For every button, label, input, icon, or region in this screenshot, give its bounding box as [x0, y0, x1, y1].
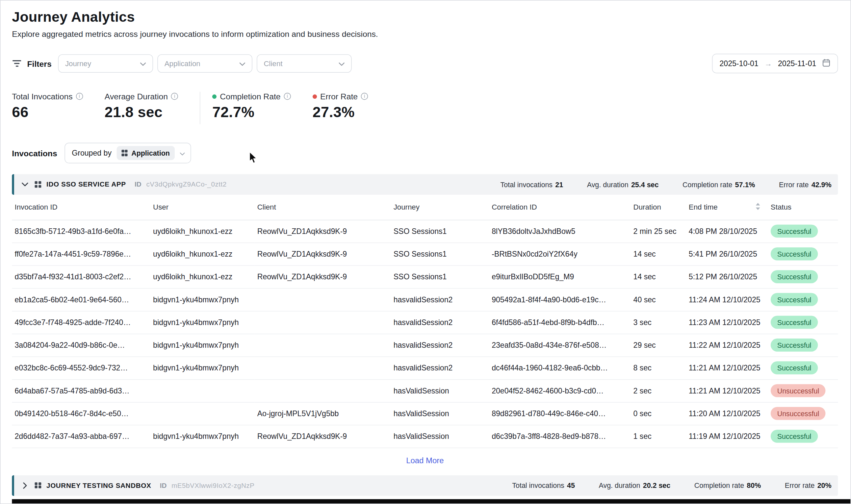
filters-row: Filters Journey Application Client	[12, 54, 838, 73]
cell-invocation-id: eb1a2ca5-6b02-4e01-9e64-560…	[12, 288, 150, 311]
column-header-user[interactable]: User	[150, 195, 255, 220]
cell-client	[254, 334, 391, 356]
grouped-by-label: Grouped by	[72, 149, 111, 157]
grouped-by-value: Application	[131, 149, 170, 157]
group-avg-duration: Avg. duration20.2 sec	[599, 481, 671, 489]
cell-user	[150, 379, 255, 402]
group-id-value: cV3dQpkvgZ9ACo-_0ztt2	[146, 181, 227, 188]
status-badge: Successful	[771, 339, 818, 352]
status-badge: Successful	[771, 316, 818, 329]
application-grid-icon	[35, 482, 41, 488]
chevron-down-icon	[239, 58, 245, 68]
table-row[interactable]: 3a084204-9a22-40d9-b86c-0e…bidgvn1-yku4b…	[12, 334, 838, 356]
table-row[interactable]: 6d4aba67-57a5-4785-ab9d-6d3…hasValidSess…	[12, 379, 838, 402]
application-filter-dropdown[interactable]: Application	[157, 54, 252, 73]
cell-correlation-id: 23eafd35-0a8d-434e-876f-e508…	[489, 334, 631, 356]
group-header-ido-sso-service-app[interactable]: IDO SSO SERVICE APP ID cV3dQpkvgZ9ACo-_0…	[12, 174, 838, 195]
table-row[interactable]: 8165c3fb-5712-49b3-a1fd-6e0fa…uyd6loikh_…	[12, 220, 838, 242]
status-badge: Successful	[771, 293, 818, 306]
bottom-cutoff-bar	[12, 499, 850, 503]
cell-end-time: 11:21 AM 12/10/2025	[686, 357, 768, 379]
group-header-journey-testing-sandbox[interactable]: JOURNEY TESTING SANDBOX ID mE5bVXlwwi9Io…	[12, 475, 838, 496]
cell-user: bidgvn1-yku4bmwx7pnyh	[150, 357, 255, 379]
info-icon[interactable]: i	[171, 93, 178, 100]
column-header-invocation-id[interactable]: Invocation ID	[12, 195, 150, 220]
cell-duration: 0 sec	[631, 402, 686, 425]
cell-client	[254, 379, 391, 402]
table-row[interactable]: eb1a2ca5-6b02-4e01-9e64-560…bidgvn1-yku4…	[12, 288, 838, 311]
metric-label: Completion Rate	[220, 92, 280, 101]
cell-status: Successful	[768, 425, 838, 447]
journey-filter-dropdown[interactable]: Journey	[58, 54, 153, 73]
table-row[interactable]: ff0fe27a-147a-4451-9c59-7896e…uyd6loikh_…	[12, 242, 838, 265]
grouped-by-value-pill: Application	[117, 146, 175, 160]
column-header-client[interactable]: Client	[254, 195, 391, 220]
cell-user: uyd6loikh_hkunox1-ezz	[150, 220, 255, 242]
expand-group-chevron-icon[interactable]	[20, 480, 30, 490]
info-icon[interactable]: i	[361, 93, 368, 100]
cell-status: Successful	[768, 334, 838, 356]
client-filter-placeholder: Client	[264, 59, 283, 68]
info-icon[interactable]: i	[76, 93, 83, 100]
group-error-rate: Error rate42.9%	[779, 180, 832, 188]
column-header-duration[interactable]: Duration	[631, 195, 686, 220]
cell-status: Successful	[768, 357, 838, 379]
group-avg-duration: Avg. duration25.4 sec	[587, 180, 659, 188]
table-row[interactable]: e032bc8c-6c69-4552-9dc9-732…bidgvn1-yku4…	[12, 357, 838, 379]
group-name: JOURNEY TESTING SANDBOX	[47, 482, 151, 489]
chevron-down-icon	[180, 148, 185, 158]
cell-invocation-id: 2d6dd482-7a37-4a93-abba-697…	[12, 425, 150, 447]
table-row[interactable]: 0b491420-b518-46c7-8d4c-e50…Ao-jgroj-MPL…	[12, 402, 838, 425]
column-header-journey[interactable]: Journey	[391, 195, 489, 220]
cell-invocation-id: 3a084204-9a22-40d9-b86c-0e…	[12, 334, 150, 356]
cell-journey: hasValidSession	[391, 402, 489, 425]
client-filter-dropdown[interactable]: Client	[257, 54, 352, 73]
cell-end-time: 5:41 PM 26/10/2025	[686, 242, 768, 265]
metric-label: Total Invocations	[12, 92, 72, 101]
column-header-correlation-id[interactable]: Correlation ID	[489, 195, 631, 220]
status-badge: Successful	[771, 270, 818, 283]
cell-end-time: 11:19 AM 12/10/2025	[686, 425, 768, 447]
column-header-status[interactable]: Status	[768, 195, 838, 220]
metric-label: Average Duration	[105, 92, 168, 101]
column-header-end-time[interactable]: End time	[686, 195, 768, 220]
group-completion-rate: Completion rate80%	[694, 481, 761, 489]
cell-user: uyd6loikh_hkunox1-ezz	[150, 265, 255, 288]
cell-journey: hasvalidSession2	[391, 288, 489, 311]
table-row[interactable]: d35bf7a4-f932-41d1-8003-c2ef2…uyd6loikh_…	[12, 265, 838, 288]
info-icon[interactable]: i	[284, 93, 290, 100]
metric-average-duration: Average Duration i 21.8 sec	[105, 92, 178, 121]
load-more-link[interactable]: Load More	[406, 456, 444, 465]
filters-label: Filters	[27, 59, 51, 68]
cell-correlation-id: 8lYB36doltvJaJxhdBow5	[489, 220, 631, 242]
page-subtitle: Explore aggregated metrics across journe…	[12, 29, 838, 39]
status-badge: Unsuccessful	[771, 407, 826, 420]
grouped-by-control[interactable]: Grouped by Application	[65, 143, 191, 163]
cell-status: Unsuccessful	[768, 402, 838, 425]
group-id-label: ID	[135, 181, 142, 188]
cell-client: ReowlVu_ZD1Aqkksd9K-9	[254, 265, 391, 288]
table-row[interactable]: 49fcc3e7-f748-4925-adde-7f240…bidgvn1-yk…	[12, 311, 838, 334]
sort-icon[interactable]	[756, 203, 761, 211]
cell-invocation-id: ff0fe27a-147a-4451-9c59-7896e…	[12, 242, 150, 265]
group-accent-bar	[12, 475, 14, 496]
cell-client	[254, 357, 391, 379]
status-badge: Unsuccessful	[771, 384, 826, 397]
date-end: 2025-11-01	[778, 59, 816, 68]
date-range-picker[interactable]: 2025-10-01 → 2025-11-01	[712, 54, 838, 73]
cell-end-time: 11:23 AM 12/10/2025	[686, 311, 768, 334]
load-more-row: Load More	[12, 448, 838, 473]
collapse-group-chevron-icon[interactable]	[20, 180, 30, 190]
table-row[interactable]: 2d6dd482-7a37-4a93-abba-697…bidgvn1-yku4…	[12, 425, 838, 447]
page-title: Journey Analytics	[12, 8, 838, 26]
group-completion-rate: Completion rate57.1%	[682, 180, 755, 188]
metric-completion-rate: Completion Rate i 72.7%	[212, 92, 291, 121]
cell-correlation-id: d6c39b7a-3ff8-4828-8ed9-b878…	[489, 425, 631, 447]
error-rate-dot	[313, 94, 317, 98]
metric-total-invocations: Total Invocations i 66	[12, 92, 83, 121]
cell-client	[254, 311, 391, 334]
cell-journey: SSO Sessions1	[391, 242, 489, 265]
metric-value: 27.3%	[313, 104, 368, 121]
cell-duration: 2 min 25 sec	[631, 220, 686, 242]
cell-user: bidgvn1-yku4bmwx7pnyh	[150, 334, 255, 356]
